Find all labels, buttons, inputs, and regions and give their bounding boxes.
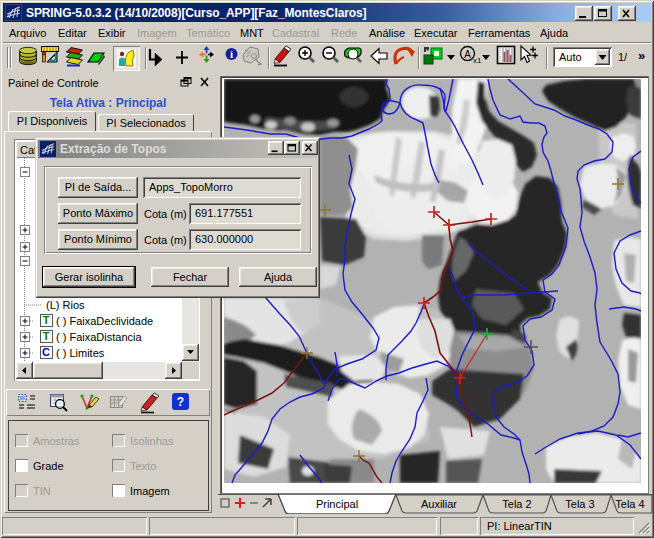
svg-text:( ) FaixaDeclividade: ( ) FaixaDeclividade bbox=[56, 315, 153, 327]
svg-text:x1: x1 bbox=[473, 56, 482, 65]
svg-text:A: A bbox=[464, 49, 471, 60]
svg-text:Auxiliar: Auxiliar bbox=[421, 498, 457, 510]
svg-text:T: T bbox=[43, 330, 50, 342]
svg-text:Tela 2: Tela 2 bbox=[502, 498, 531, 510]
svg-text:Principal: Principal bbox=[316, 498, 358, 510]
svg-text:T: T bbox=[43, 314, 50, 326]
svg-text:C: C bbox=[42, 346, 50, 358]
svg-text:( ) Limites: ( ) Limites bbox=[56, 347, 105, 359]
svg-text:Tela 4: Tela 4 bbox=[615, 498, 644, 510]
svg-text:Tela 3: Tela 3 bbox=[565, 498, 594, 510]
svg-text:?: ? bbox=[177, 395, 184, 409]
svg-text:(L) Rios: (L) Rios bbox=[46, 299, 85, 311]
svg-text:( ) FaixaDistancia: ( ) FaixaDistancia bbox=[56, 331, 142, 343]
svg-text:i: i bbox=[230, 48, 233, 60]
